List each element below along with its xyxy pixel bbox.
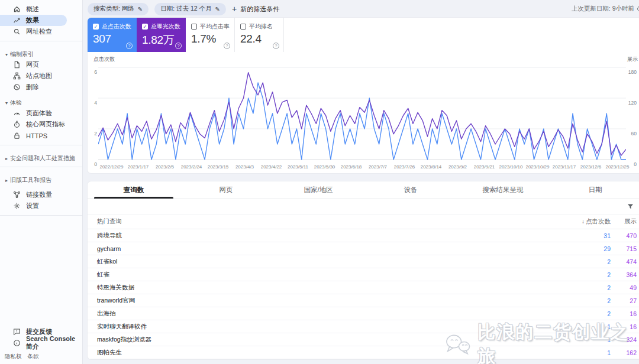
legal-link-条款[interactable]: 条款 [28, 353, 39, 360]
help-icon[interactable]: ? [175, 43, 182, 49]
x-axis-date-label: 2023/5/30 [311, 164, 338, 170]
checkbox-checked-icon[interactable]: ✓ [142, 24, 148, 30]
sidebar-item-设置[interactable]: 设置 [0, 200, 82, 212]
sidebar: 概述效果网址检查▾编制索引网页站点地图删除▾体验页面体验核心网页指标HTTPS▸… [0, 0, 83, 364]
help-icon[interactable]: ? [224, 43, 230, 49]
last-updated: 上次更新日期: 9小时前 [572, 5, 639, 13]
search-icon [13, 28, 21, 35]
clicks-cell: 1 [540, 323, 611, 330]
chart-area: 点击次数 展示 6420 180120600 2022/12/292023/1/… [88, 52, 639, 173]
table-row[interactable]: 虹雀kol2474 [88, 255, 639, 268]
sidebar-section-旧版工具和报告[interactable]: ▸旧版工具和报告 [0, 176, 82, 185]
sidebar-item-HTTPS[interactable]: HTTPS [0, 130, 82, 141]
tab-设备[interactable]: 设备 [364, 181, 457, 199]
table-row[interactable]: gycharm29715 [88, 242, 639, 255]
sitemap-icon [13, 72, 21, 80]
x-axis-date-label: 2022/12/29 [98, 164, 125, 170]
sidebar-item-删除[interactable]: 删除 [0, 82, 82, 93]
performance-icon [13, 17, 21, 24]
checkbox-checked-icon[interactable]: ✓ [93, 24, 99, 30]
sidebar-item-label: 核心网页指标 [26, 120, 65, 129]
sidebar-section-安全问题和人工处置措施[interactable]: ▸安全问题和人工处置措施 [0, 154, 82, 163]
table-row[interactable]: 跨境导航31470 [88, 229, 639, 242]
new-filter-label: 新的筛选条件 [240, 5, 279, 14]
sidebar-item-网页[interactable]: 网页 [0, 59, 82, 70]
sidebar-item-Search Console 简介[interactable]: Search Console 简介 [0, 337, 82, 349]
sidebar-item-概述[interactable]: 概述 [0, 4, 82, 15]
clicks-column-header[interactable]: ↓点击次数 [540, 217, 611, 226]
tab-国家/地区[interactable]: 国家/地区 [272, 181, 364, 199]
sidebar-section-体验[interactable]: ▾体验 [0, 98, 82, 108]
query-column-header[interactable]: 热门查询 [88, 217, 540, 226]
filter-icon[interactable] [627, 203, 634, 210]
help-icon[interactable]: ? [273, 43, 279, 49]
info-icon [13, 339, 21, 347]
sidebar-item-网址检查[interactable]: 网址检查 [0, 26, 82, 37]
metric-tile-平均点击率[interactable]: 平均点击率1.7%? [186, 18, 235, 52]
filter-chip[interactable]: 日期: 过去 12 个月✎ [154, 3, 226, 15]
tab-日期[interactable]: 日期 [549, 181, 639, 199]
new-filter-button[interactable]: + 新的筛选条件 [232, 4, 279, 14]
sidebar-divider [0, 145, 82, 145]
chevron-down-icon: ▾ [5, 52, 8, 57]
sidebar-section-label: 安全问题和人工处置措施 [10, 154, 75, 162]
filter-bar: 搜索类型: 网络✎日期: 过去 12 个月✎ + 新的筛选条件 上次更新日期: … [83, 0, 639, 18]
sidebar-item-核心网页指标[interactable]: 核心网页指标 [0, 119, 82, 130]
impressions-cell: 16 [611, 310, 639, 317]
checkbox-unchecked-icon[interactable] [240, 24, 246, 30]
sidebar-item-链接数量[interactable]: 链接数量 [0, 189, 82, 200]
sidebar-item-label: 概述 [26, 5, 39, 14]
x-axis-date-label: 2023/8/14 [418, 164, 444, 170]
table-row[interactable]: tranworld官网227 [88, 294, 639, 307]
sidebar-item-页面体验[interactable]: 页面体验 [0, 108, 82, 119]
table-row[interactable]: 特恩海关数据249 [88, 281, 639, 294]
impressions-cell: 474 [611, 258, 639, 265]
sidebar-item-label: 网页 [26, 60, 39, 69]
filter-chips: 搜索类型: 网络✎日期: 过去 12 个月✎ [88, 3, 226, 15]
clicks-cell: 1 [540, 336, 611, 343]
x-axis-date-label: 2023/4/22 [258, 164, 285, 170]
x-axis-date-label: 2023/7/26 [391, 164, 418, 170]
sidebar-section-label: 旧版工具和报告 [10, 176, 51, 184]
help-icon[interactable]: ? [126, 43, 133, 49]
sidebar-item-label: 链接数量 [26, 190, 52, 199]
sidebar-item-站点地图[interactable]: 站点地图 [0, 70, 82, 82]
search-console-app: 概述效果网址检查▾编制索引网页站点地图删除▾体验页面体验核心网页指标HTTPS▸… [0, 0, 639, 364]
table-row[interactable]: 虹雀2364 [88, 268, 639, 281]
metric-tile-总曝光次数[interactable]: ✓总曝光次数1.82万? [137, 18, 186, 52]
x-axis-date-label: 2023/12/6 [577, 164, 604, 170]
dimensions-table-card: 查询数网页国家/地区设备搜索结果呈现日期 热门查询 ↓点击次数 展示 跨境导航3… [88, 181, 639, 359]
legal-link-隐私权[interactable]: 隐私权 [5, 353, 22, 360]
table-row[interactable]: 实时聊天翻译软件116 [88, 320, 639, 333]
query-cell: 出海拍 [88, 310, 540, 318]
impressions-cell: 324 [611, 336, 639, 343]
sidebar-item-label: 页面体验 [26, 109, 52, 118]
table-row[interactable]: maskfog指纹浏览器1324 [88, 333, 639, 346]
edit-pencil-icon[interactable]: ✎ [215, 6, 220, 12]
tab-搜索结果呈现[interactable]: 搜索结果呈现 [457, 181, 549, 199]
impressions-column-header[interactable]: 展示 [611, 217, 639, 226]
tab-查询数[interactable]: 查询数 [88, 181, 180, 199]
line-chart[interactable] [98, 64, 626, 163]
filter-chip[interactable]: 搜索类型: 网络✎ [88, 3, 149, 15]
table-row[interactable]: 出海拍216 [88, 307, 639, 320]
query-cell: 图帕先生 [88, 349, 540, 357]
table-row[interactable]: 图帕先生1162 [88, 346, 639, 359]
metric-tile-平均排名[interactable]: 平均排名22.4? [235, 18, 284, 52]
tab-网页[interactable]: 网页 [180, 181, 272, 199]
clicks-cell: 2 [540, 258, 611, 265]
sidebar-divider [0, 167, 82, 167]
sidebar-section-编制索引[interactable]: ▾编制索引 [0, 50, 82, 59]
query-cell: 跨境导航 [88, 232, 540, 240]
clicks-cell: 2 [540, 310, 611, 317]
edit-pencil-icon[interactable]: ✎ [138, 6, 143, 12]
query-cell: 虹雀kol [88, 258, 540, 266]
sidebar-item-效果[interactable]: 效果 [0, 15, 67, 26]
checkbox-unchecked-icon[interactable] [191, 24, 197, 30]
metric-tile-总点击次数[interactable]: ✓总点击次数307? [88, 18, 137, 52]
x-axis-date-label: 2023/9/21 [471, 164, 498, 170]
chevron-down-icon: ▾ [5, 100, 8, 106]
impressions-cell: 16 [611, 323, 639, 330]
x-axis-labels: 2022/12/292023/1/172023/2/52023/2/242023… [98, 164, 631, 170]
sidebar-divider [0, 41, 82, 41]
